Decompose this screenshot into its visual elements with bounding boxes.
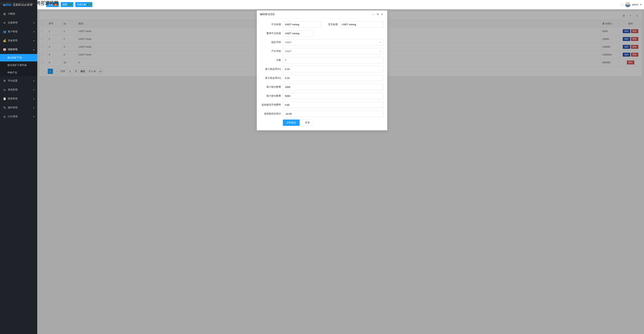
logo-icon: ◆BiB — [3, 2, 11, 7]
nav-icon: ◎ — [3, 115, 6, 118]
sidebar-item[interactable]: 📋跟单管理▾ — [0, 94, 37, 103]
title-en-input[interactable] — [340, 21, 384, 27]
days-input[interactable] — [283, 57, 384, 63]
sidebar-item[interactable]: ⚙平台设置▾ — [0, 76, 37, 85]
nav-icon: 📋 — [3, 97, 6, 100]
submit-button[interactable]: 立即提交 — [283, 119, 300, 126]
sidebar-item[interactable]: 💰资金管理▾ — [0, 36, 37, 45]
sidebar-subitem[interactable]: 锁仓挖矿产品 — [0, 54, 37, 61]
fullscreen-icon[interactable]: ⛶ — [621, 3, 623, 6]
nav-icon: ▥ — [3, 12, 6, 15]
edit-modal: 编辑锁仓挖矿 — ⧉ ✕ 中文标题 英文标题 繁体中文标题 锁定币种USDT▼ … — [257, 10, 387, 130]
topbar: ☲ 充值3 提现1 在线人数1 ⛶ admin ▼ — [37, 0, 644, 9]
modal-title: 编辑锁仓挖矿 — [260, 13, 276, 16]
nav-icon: 👥 — [3, 30, 6, 33]
chevron-icon: ▴ — [33, 49, 34, 51]
out-coin-select[interactable]: USDT▼ — [283, 48, 384, 54]
user-menu[interactable]: admin ▼ — [625, 2, 642, 7]
chevron-icon: ▾ — [33, 116, 34, 118]
chevron-down-icon: ▼ — [640, 3, 642, 5]
nav-icon: ⚙ — [3, 79, 6, 82]
max-lock-input[interactable] — [283, 93, 384, 99]
min-yield-input[interactable] — [283, 66, 384, 72]
nav-icon: 🐷 — [3, 48, 6, 51]
title-tc-input[interactable] — [283, 30, 314, 36]
title-cn-input[interactable] — [283, 21, 321, 27]
withdraw-button[interactable]: 提现1 — [61, 2, 74, 7]
early-fee-input[interactable] — [283, 102, 384, 108]
sidebar-subitem[interactable]: 锁仓挖矿订单列表 — [0, 61, 37, 69]
sidebar-item[interactable]: 👥客户管理▾ — [0, 27, 37, 36]
sidebar-item[interactable]: ▥大数据 — [0, 9, 37, 18]
nav-icon: 💰 — [3, 39, 6, 42]
chevron-icon: ▾ — [33, 98, 34, 100]
nav-icon: 🗂 — [3, 88, 6, 91]
nav-icon: ⇄ — [3, 21, 6, 24]
chevron-icon: ▾ — [33, 89, 34, 91]
logo-title: 交易所后台管理 — [13, 3, 32, 6]
avatar — [625, 2, 630, 7]
lock-coin-select[interactable]: USDT▼ — [283, 39, 384, 45]
close-icon[interactable]: ✕ — [380, 13, 384, 16]
reset-button[interactable]: 重置 — [302, 119, 314, 126]
chevron-icon: ▾ — [33, 31, 34, 33]
online-button[interactable]: 在线人数1 — [75, 2, 92, 7]
sidebar-item[interactable]: 🐷理财管理▴ — [0, 45, 37, 54]
chevron-down-icon: ▼ — [380, 50, 382, 52]
chevron-down-icon: ▼ — [380, 41, 382, 43]
chevron-icon: ▾ — [33, 22, 34, 24]
early-credit-input[interactable] — [283, 111, 384, 117]
minimize-icon[interactable]: — — [371, 13, 376, 16]
username: admin — [632, 3, 638, 6]
logo: ◆BiB 交易所后台管理 — [0, 0, 37, 9]
maximize-icon[interactable]: ⧉ — [376, 13, 380, 16]
sidebar-subitem[interactable]: 申购产品 — [0, 69, 37, 76]
collapse-icon[interactable]: ☲ — [40, 3, 44, 6]
sidebar-item[interactable]: 🗂资讯管理▾ — [0, 85, 37, 94]
chevron-icon: ▾ — [33, 107, 34, 109]
nav-icon: 🔌 — [3, 106, 6, 109]
sidebar-item[interactable]: 🔌插针管理▾ — [0, 103, 37, 112]
recharge-button[interactable]: 充值3 — [46, 2, 59, 7]
chevron-icon: ▾ — [33, 40, 34, 42]
min-lock-input[interactable] — [283, 84, 384, 90]
chevron-icon: ▾ — [33, 80, 34, 82]
sidebar-item[interactable]: ◎C2C管理▾ — [0, 112, 37, 121]
sidebar: ◆BiB 交易所后台管理 ▥大数据⇄交易管理▾👥客户管理▾💰资金管理▾🐷理财管理… — [0, 0, 37, 334]
sidebar-item[interactable]: ⇄交易管理▾ — [0, 18, 37, 27]
max-yield-input[interactable] — [283, 75, 384, 81]
